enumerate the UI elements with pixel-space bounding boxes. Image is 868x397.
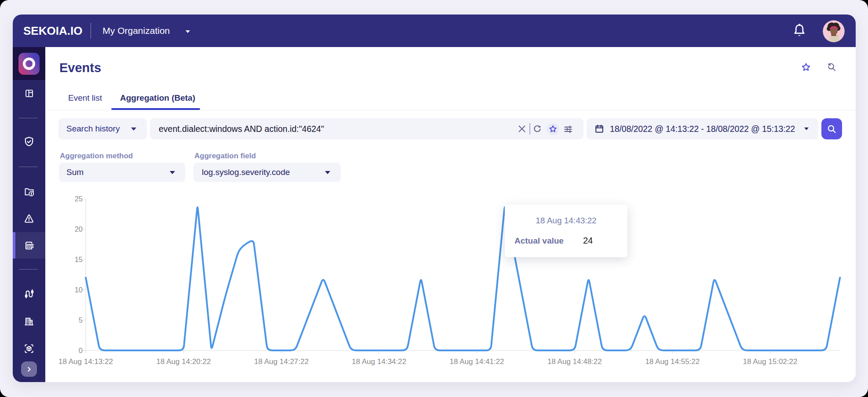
svg-text:18 Aug 14:34:22: 18 Aug 14:34:22 (352, 357, 406, 366)
svg-text:18 Aug 15:02:22: 18 Aug 15:02:22 (743, 357, 798, 366)
svg-text:20: 20 (75, 225, 83, 233)
svg-text:10: 10 (75, 286, 83, 294)
svg-text:18 Aug 14:55:22: 18 Aug 14:55:22 (645, 357, 700, 366)
svg-text:5: 5 (79, 316, 83, 324)
svg-text:18 Aug 14:20:22: 18 Aug 14:20:22 (157, 357, 211, 366)
svg-text:0: 0 (79, 346, 83, 354)
svg-text:25: 25 (75, 195, 83, 203)
svg-text:15: 15 (75, 255, 83, 263)
svg-text:18 Aug 14:48:22: 18 Aug 14:48:22 (547, 357, 602, 366)
svg-text:18 Aug 14:41:22: 18 Aug 14:41:22 (450, 357, 504, 366)
svg-text:18 Aug 14:13:22: 18 Aug 14:13:22 (58, 357, 113, 366)
svg-text:18 Aug 14:27:22: 18 Aug 14:27:22 (254, 357, 309, 366)
